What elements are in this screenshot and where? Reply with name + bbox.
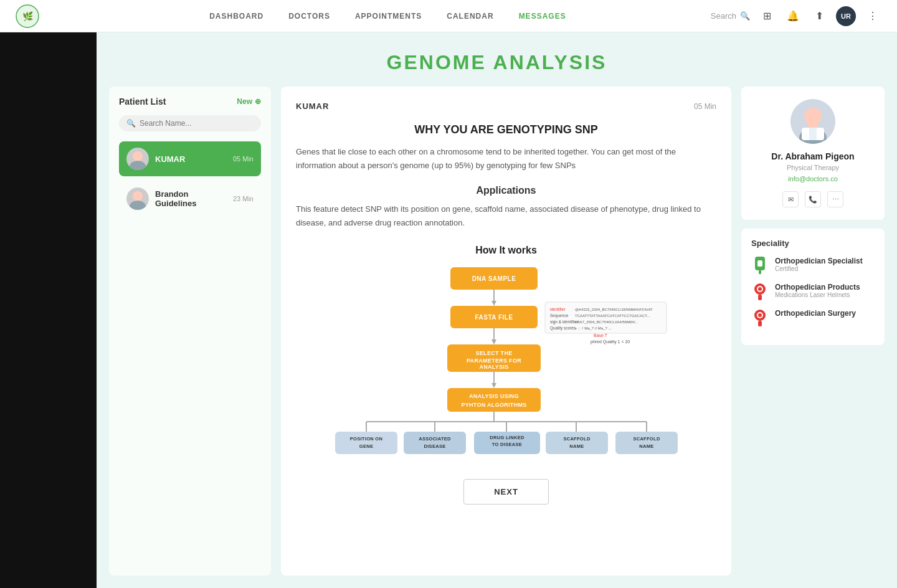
patient-time-brandon: 23 Min bbox=[233, 195, 254, 202]
svg-marker-9 bbox=[491, 301, 496, 306]
patient-time-kumar: 05 Min bbox=[233, 155, 254, 163]
svg-point-4 bbox=[133, 191, 143, 201]
page-title: GENOME ANALYSIS bbox=[109, 51, 885, 74]
svg-rect-63 bbox=[757, 260, 762, 267]
patient-avatar-kumar bbox=[126, 148, 149, 170]
svg-rect-41 bbox=[335, 432, 397, 454]
svg-text:Sequence: Sequence bbox=[550, 313, 569, 318]
svg-rect-53 bbox=[615, 432, 678, 454]
svg-text:FASTA FILE: FASTA FILE bbox=[475, 314, 513, 321]
doctor-email[interactable]: info@doctors.co bbox=[751, 175, 875, 183]
svg-text:GENE: GENE bbox=[359, 443, 373, 449]
doctor-panel: Dr. Abraham Pigeon Physical Therapy info… bbox=[741, 87, 885, 576]
spec-info-2: Orthopedician Surgery bbox=[775, 309, 875, 318]
svg-point-72 bbox=[758, 313, 762, 317]
more-action-btn[interactable]: ⋯ bbox=[827, 191, 843, 207]
speciality-title: Speciality bbox=[751, 239, 875, 248]
content-area: GENOME ANALYSIS Patient List New ⊕ 🔍 bbox=[97, 32, 897, 588]
user-avatar[interactable]: UR bbox=[836, 6, 856, 26]
spec-name-2: Orthopedician Surgery bbox=[775, 309, 875, 318]
patient-info-kumar: KUMAR bbox=[155, 154, 227, 164]
spec-item-1: Orthopedician Products Medications Laser… bbox=[751, 283, 875, 300]
svg-text:sign & identifier: sign & identifier bbox=[550, 320, 578, 325]
svg-text:TO DISEASE: TO DISEASE bbox=[491, 442, 521, 447]
add-icon: ⊕ bbox=[255, 97, 261, 106]
svg-rect-66 bbox=[758, 295, 762, 300]
spec-name-0: Orthopedician Specialist bbox=[775, 257, 875, 265]
search-icon: 🔍 bbox=[126, 119, 136, 128]
three-column-layout: Patient List New ⊕ 🔍 KUMAR bbox=[109, 87, 885, 576]
spec-info-1: Orthopedician Products Medications Laser… bbox=[775, 283, 875, 298]
search-area[interactable]: Search 🔍 bbox=[711, 11, 750, 21]
svg-point-2 bbox=[133, 151, 143, 161]
patient-avatar-brandon bbox=[126, 187, 149, 210]
doctor-avatar bbox=[790, 99, 835, 144]
section-title: WHY YOU ARE GENOTYPING SNP bbox=[296, 123, 716, 136]
svg-text:NAME: NAME bbox=[569, 443, 584, 449]
spec-info-0: Orthopedician Specialist Certified bbox=[775, 257, 875, 272]
applications-title: Applications bbox=[296, 185, 716, 196]
doctor-actions: ✉ 📞 ⋯ bbox=[751, 191, 875, 207]
nav-appointments[interactable]: APPOINTMENTS bbox=[355, 12, 422, 21]
patient-item-brandon[interactable]: Brandon Guidelines 23 Min bbox=[119, 181, 261, 216]
spec-icon-0 bbox=[751, 257, 769, 274]
svg-text:Base T: Base T bbox=[594, 333, 608, 338]
svg-text:TCAATTTATTAAATCATCATTCCTGACACT: TCAATTTATTAAATCATCATTCCTGACACT... bbox=[575, 314, 650, 318]
upload-icon[interactable]: ⬆ bbox=[810, 7, 828, 26]
svg-text:🌿: 🌿 bbox=[22, 11, 34, 22]
svg-marker-30 bbox=[491, 383, 496, 388]
svg-text:DISEASE: DISEASE bbox=[424, 443, 445, 449]
nav-calendar[interactable]: CALENDAR bbox=[447, 12, 493, 21]
svg-text:SCAFFOLD: SCAFFOLD bbox=[633, 436, 660, 442]
nav-links: DASHBOARD DOCTORS APPOINTMENTS CALENDAR … bbox=[65, 12, 711, 21]
panel-patient-name: KUMAR bbox=[296, 102, 329, 111]
doctor-name: Dr. Abraham Pigeon bbox=[751, 151, 875, 161]
svg-text:@A4223_2304_BC7540CL/18/56M64/: @A4223_2304_BC7540CL/18/56M64/AT/A/AT bbox=[575, 308, 653, 311]
patient-name-brandon: Brandon Guidelines bbox=[155, 189, 227, 208]
new-badge[interactable]: New ⊕ bbox=[237, 97, 261, 106]
applications-body: This feature detect SNP with its positio… bbox=[296, 202, 716, 230]
phone-action-btn[interactable]: 📞 bbox=[805, 191, 821, 207]
main-layout: GENOME ANALYSIS Patient List New ⊕ 🔍 bbox=[0, 32, 897, 588]
patient-item-kumar[interactable]: KUMAR 05 Min bbox=[119, 141, 261, 176]
svg-rect-31 bbox=[447, 388, 541, 412]
search-icon[interactable]: 🔍 bbox=[740, 11, 750, 21]
search-label: Search bbox=[711, 11, 736, 21]
expand-icon[interactable]: ⊞ bbox=[757, 7, 776, 26]
svg-point-5 bbox=[130, 201, 146, 210]
svg-text:+BA7_2504_BC7540CLI/A4/56M64/.: +BA7_2504_BC7540CLI/A4/56M64/... bbox=[575, 320, 638, 324]
patient-search-input[interactable] bbox=[140, 119, 254, 128]
patient-panel: Patient List New ⊕ 🔍 KUMAR bbox=[109, 87, 271, 576]
patient-info-brandon: Brandon Guidelines bbox=[155, 189, 227, 208]
svg-rect-61 bbox=[809, 128, 817, 140]
doctor-avatar-svg bbox=[790, 99, 835, 144]
message-action-btn[interactable]: ✉ bbox=[782, 191, 799, 207]
svg-rect-70 bbox=[758, 321, 762, 326]
nav-doctors[interactable]: DOCTORS bbox=[288, 12, 330, 21]
nav-messages[interactable]: MESSAGES bbox=[519, 12, 566, 21]
svg-point-68 bbox=[758, 287, 762, 291]
speciality-card: Speciality Orthopedician Specialist Cert… bbox=[741, 229, 885, 345]
svg-rect-59 bbox=[808, 121, 818, 128]
left-sidebar bbox=[0, 32, 97, 588]
svg-marker-24 bbox=[491, 339, 496, 344]
navbar: 🌿 DASHBOARD DOCTORS APPOINTMENTS CALENDA… bbox=[0, 0, 897, 32]
patient-panel-header: Patient List New ⊕ bbox=[119, 97, 261, 107]
patient-search-wrap[interactable]: 🔍 bbox=[119, 115, 261, 131]
notification-icon[interactable]: 🔔 bbox=[784, 7, 802, 26]
svg-text:POSITION ON: POSITION ON bbox=[349, 436, 382, 442]
svg-text:DRUG LINKED: DRUG LINKED bbox=[490, 435, 524, 440]
svg-text:ASSOCIATED: ASSOCIATED bbox=[419, 436, 451, 442]
flowchart-svg: DNA SAMPLE FASTA FILE identifier @A4223_… bbox=[332, 267, 681, 473]
nav-dashboard[interactable]: DASHBOARD bbox=[209, 12, 263, 21]
spec-icon-1 bbox=[751, 283, 769, 300]
svg-rect-50 bbox=[546, 432, 608, 454]
next-button[interactable]: NEXT bbox=[463, 479, 549, 505]
svg-text:Quality scores: Quality scores bbox=[550, 326, 576, 331]
svg-text:PARAMETERS FOR: PARAMETERS FOR bbox=[466, 358, 521, 364]
settings-icon[interactable]: ⋮ bbox=[863, 7, 882, 26]
svg-text:SCAFFOLD: SCAFFOLD bbox=[563, 436, 591, 442]
svg-text:phred Quality 1 = 20: phred Quality 1 = 20 bbox=[591, 339, 630, 344]
new-label: New bbox=[237, 97, 252, 106]
logo[interactable]: 🌿 bbox=[15, 4, 40, 29]
